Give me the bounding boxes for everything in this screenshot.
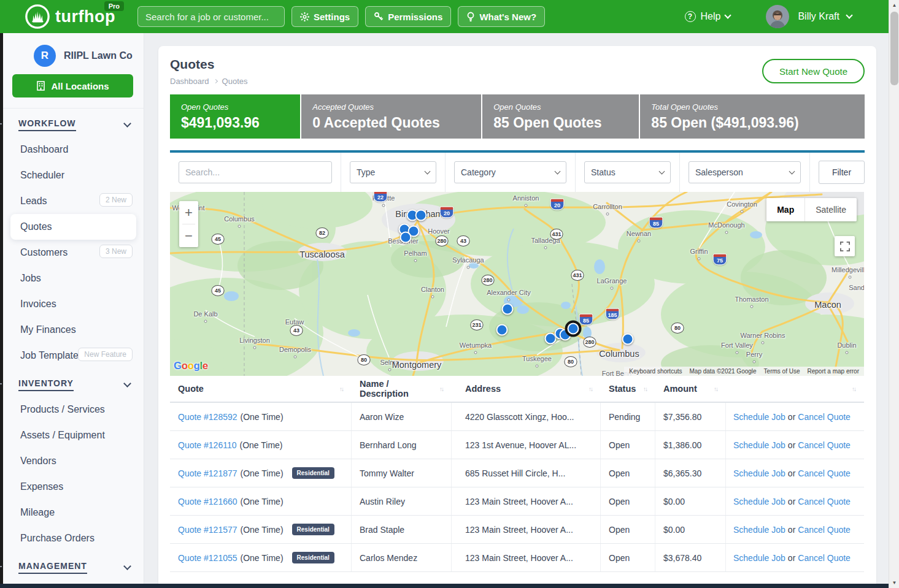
column-header-quote[interactable]: Quote↑↓ bbox=[170, 376, 352, 402]
sidebar-item-vendors[interactable]: Vendors bbox=[3, 448, 144, 474]
google-logo[interactable]: Google bbox=[174, 360, 208, 372]
whats-new-label: What's New? bbox=[479, 12, 536, 22]
sidebar-item-job-templates[interactable]: Job Templates New Feature bbox=[3, 343, 144, 368]
section-inventory[interactable]: INVENTORY bbox=[3, 372, 144, 397]
map-quote-marker[interactable] bbox=[622, 334, 634, 345]
column-header-amount[interactable]: Amount↑↓ bbox=[655, 376, 726, 402]
settings-button[interactable]: Settings bbox=[291, 6, 358, 27]
all-locations-button[interactable]: All Locations bbox=[12, 74, 133, 97]
quote-link[interactable]: Quote #121055 bbox=[178, 553, 237, 563]
scroll-up-arrow[interactable]: ▲ bbox=[889, 0, 899, 10]
section-management[interactable]: MANAGEMENT bbox=[3, 555, 144, 579]
breadcrumb-dashboard[interactable]: Dashboard bbox=[170, 77, 209, 86]
page-title: Quotes bbox=[170, 57, 248, 72]
map-quote-marker[interactable] bbox=[502, 304, 514, 315]
cancel-quote-link[interactable]: Cancel Quote bbox=[798, 497, 851, 506]
map-quote-marker[interactable] bbox=[496, 324, 508, 336]
sidebar-item-quotes[interactable]: Quotes bbox=[10, 214, 136, 240]
brand-logo[interactable]: turfhop Pro bbox=[25, 4, 115, 29]
us-route-shield-icon: 231 bbox=[470, 319, 483, 330]
quote-link[interactable]: Quote #128592 bbox=[178, 412, 237, 422]
gear-icon bbox=[300, 12, 309, 21]
column-header-name[interactable]: Name / Description↑↓ bbox=[352, 376, 452, 402]
user-avatar[interactable] bbox=[766, 5, 789, 28]
status-select[interactable]: Status bbox=[584, 161, 671, 183]
quote-link[interactable]: Quote #121577 bbox=[178, 525, 237, 535]
schedule-job-link[interactable]: Schedule Job bbox=[733, 497, 785, 506]
zoom-out-button[interactable]: − bbox=[179, 224, 198, 247]
vertical-scrollbar[interactable]: ▲ ▼ bbox=[889, 0, 899, 588]
schedule-job-link[interactable]: Schedule Job bbox=[733, 412, 785, 422]
map-city-label: Columbus bbox=[224, 215, 255, 223]
satellite-view-button[interactable]: Satellite bbox=[804, 198, 857, 221]
map-canvas[interactable]: FayetteWest PointColumbusAnnistonCarroll… bbox=[170, 192, 864, 376]
user-menu-chevron-icon[interactable] bbox=[846, 12, 852, 18]
chevron-down-icon bbox=[789, 169, 795, 175]
column-header-address[interactable]: Address↑↓ bbox=[452, 376, 601, 402]
cancel-quote-link[interactable]: Cancel Quote bbox=[798, 412, 851, 422]
schedule-job-link[interactable]: Schedule Job bbox=[733, 553, 785, 563]
residential-badge: Residential bbox=[292, 524, 334, 535]
schedule-job-link[interactable]: Schedule Job bbox=[733, 525, 785, 535]
schedule-job-link[interactable]: Schedule Job bbox=[733, 468, 785, 478]
quote-link[interactable]: Quote #121660 bbox=[178, 497, 237, 506]
sidebar-item-assets-equipment[interactable]: Assets / Equipment bbox=[3, 422, 144, 448]
us-route-shield-icon: 45 bbox=[212, 285, 225, 296]
company-row: R RIIPL Lawn Co bbox=[34, 45, 133, 67]
cancel-quote-link[interactable]: Cancel Quote bbox=[798, 440, 851, 450]
column-header-actions[interactable]: ↑↓ bbox=[726, 376, 864, 402]
cancel-quote-link[interactable]: Cancel Quote bbox=[798, 525, 851, 535]
quote-address: 123 Main Street, Hoover A... bbox=[452, 487, 601, 515]
category-select[interactable]: Category bbox=[454, 161, 566, 183]
whats-new-button[interactable]: What's New? bbox=[458, 6, 545, 27]
map-city-dot bbox=[606, 213, 609, 216]
sidebar-item-dashboard[interactable]: Dashboard bbox=[3, 137, 144, 162]
filter-button[interactable]: Filter bbox=[819, 161, 865, 184]
sidebar-item-jobs[interactable]: Jobs bbox=[3, 265, 144, 291]
map-quote-marker[interactable] bbox=[415, 210, 427, 221]
cancel-quote-link[interactable]: Cancel Quote bbox=[798, 468, 851, 478]
company-avatar[interactable]: R bbox=[34, 45, 56, 67]
map-city-dot bbox=[698, 258, 701, 261]
sidebar-item-customers[interactable]: Customers 3 New bbox=[3, 240, 144, 265]
help-menu[interactable]: ? Help bbox=[685, 11, 731, 22]
sidebar-item-my-finances[interactable]: My Finances bbox=[3, 317, 144, 343]
customer-name: Brad Staple bbox=[352, 516, 452, 543]
map-view-button[interactable]: Map bbox=[766, 198, 804, 221]
us-route-shield-icon: 82 bbox=[316, 227, 329, 239]
map-quote-marker[interactable] bbox=[568, 323, 579, 335]
sidebar-item-products-services[interactable]: Products / Services bbox=[3, 397, 144, 422]
fullscreen-button[interactable] bbox=[835, 236, 855, 256]
sidebar-item-leads[interactable]: Leads 2 New bbox=[3, 188, 144, 214]
schedule-job-link[interactable]: Schedule Job bbox=[733, 440, 785, 450]
quote-link[interactable]: Quote #121877 bbox=[178, 468, 237, 478]
sidebar-item-mileage[interactable]: Mileage bbox=[3, 500, 144, 525]
salesperson-select[interactable]: Salesperson bbox=[689, 161, 801, 183]
cancel-quote-link[interactable]: Cancel Quote bbox=[798, 553, 851, 563]
scrollbar-thumb[interactable] bbox=[890, 12, 898, 85]
sort-icon: ↑↓ bbox=[588, 386, 592, 392]
section-workflow[interactable]: WORKFLOW bbox=[3, 112, 144, 137]
start-new-quote-button[interactable]: Start New Quote bbox=[762, 59, 865, 83]
report-map-error-link[interactable]: Report a map error bbox=[808, 368, 859, 375]
map-quote-marker[interactable] bbox=[400, 232, 412, 243]
quotes-search-input[interactable] bbox=[179, 161, 332, 183]
sidebar-item-purchase-orders[interactable]: Purchase Orders bbox=[3, 525, 144, 551]
sidebar-item-invoices[interactable]: Invoices bbox=[3, 291, 144, 317]
type-select[interactable]: Type bbox=[350, 161, 436, 183]
keyboard-shortcuts-link[interactable]: Keyboard shortcuts bbox=[629, 368, 682, 375]
column-header-status[interactable]: Status↑↓ bbox=[601, 376, 655, 402]
map-city-label: Wetumpka bbox=[460, 342, 492, 349]
quote-link[interactable]: Quote #126110 bbox=[178, 440, 237, 450]
terms-of-use-link[interactable]: Terms of Use bbox=[764, 368, 800, 375]
permissions-button[interactable]: Permissions bbox=[365, 6, 451, 27]
scroll-down-arrow[interactable]: ▼ bbox=[889, 578, 899, 588]
map-city-label: Clanton bbox=[421, 286, 444, 293]
global-search-input[interactable] bbox=[137, 6, 285, 27]
breadcrumb: Dashboard Quotes bbox=[170, 77, 248, 86]
sidebar-item-scheduler[interactable]: Scheduler bbox=[3, 162, 144, 188]
zoom-in-button[interactable]: + bbox=[179, 201, 198, 224]
map-city-dot bbox=[388, 368, 392, 372]
table-header-row: Quote↑↓ Name / Description↑↓ Address↑↓ S… bbox=[170, 376, 864, 403]
sidebar-item-expenses[interactable]: Expenses bbox=[3, 474, 144, 500]
